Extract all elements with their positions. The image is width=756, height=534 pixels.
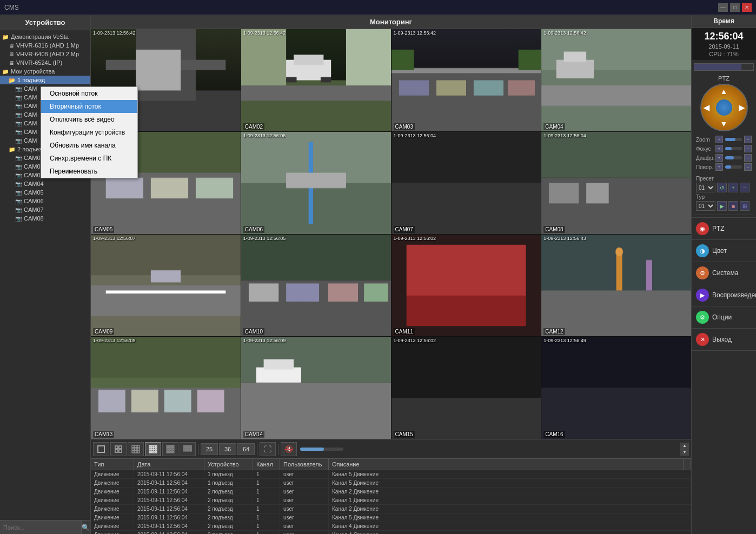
focus-minus-btn[interactable]: − (744, 145, 752, 152)
sidebar-item-cam06[interactable]: 📷CAM06 (0, 197, 90, 205)
zoom-minus-btn[interactable]: − (744, 136, 752, 143)
sidebar-item-demo[interactable]: 📁Демонстрация VeSta (0, 32, 90, 41)
ptz-left-arrow[interactable]: ◀ (704, 103, 709, 112)
svg-rect-57 (185, 447, 186, 448)
right-menu-item-ptz[interactable]: ◉ PTZ (692, 218, 756, 240)
camera-cell-cam15[interactable]: 1-09-2313 12:56:02CAM15 (392, 337, 541, 439)
rotate-plus-btn[interactable]: + (715, 163, 723, 171)
ptz-joystick[interactable]: ▲ ▼ ◀ ▶ (700, 84, 748, 131)
scroll-up-button[interactable]: ▲ (680, 443, 689, 449)
layout-5x4-button[interactable] (162, 442, 178, 456)
zoom-track[interactable] (725, 138, 742, 141)
log-row[interactable]: Движение 2015-09-11 12:56:04 2 подъезд 1… (91, 513, 691, 522)
camera-cell-cam04[interactable]: 1-09-2313 12:56:42CAM04 (541, 29, 691, 131)
fullscreen-button[interactable]: ⛶ (260, 442, 276, 456)
ctx-item-sync-time[interactable]: Синхр.времени с ПК (41, 152, 137, 165)
minimize-button[interactable]: — (718, 3, 728, 12)
camera-cell-cam03[interactable]: 1-09-2313 12:56:42CAM03 (392, 29, 541, 131)
right-menu-item-system[interactable]: ⚙ Система (692, 262, 756, 284)
type-play-btn[interactable]: ▶ (717, 201, 727, 211)
layout-3x3-button[interactable] (128, 442, 144, 456)
preset-add-btn[interactable]: + (728, 183, 738, 192)
focus-track[interactable] (725, 147, 742, 150)
log-row[interactable]: Движение 2015-09-11 12:56:04 1 подъезд 1… (91, 479, 691, 488)
sidebar-item-vnvr6524l[interactable]: 🖥VNVR-6524L (IP) (0, 58, 90, 67)
log-row[interactable]: Движение 2015-09-11 12:56:04 2 подъезд 1… (91, 496, 691, 505)
camera-cell-cam14[interactable]: 1-09-2313 12:56:09CAM14 (241, 337, 391, 439)
type-select[interactable]: 010203 (696, 201, 715, 211)
sidebar-item-mydevices[interactable]: 📁Мои устройства (0, 67, 90, 76)
log-row[interactable]: Движение 2015-09-11 12:56:04 1 подъезд 1… (91, 470, 691, 479)
sidebar-search-input[interactable] (0, 520, 81, 534)
camera-cell-cam06[interactable]: 1-09-2313 12:56:06CAM06 (241, 132, 391, 234)
camera-cell-cam12[interactable]: 1-09-2313 12:56:43CAM12 (541, 235, 691, 337)
layout-2x2-button[interactable] (110, 442, 127, 456)
diaphragm-plus-btn[interactable]: + (715, 154, 723, 162)
ctx-item-disable-video[interactable]: Отключить всё видео (41, 113, 137, 126)
close-button[interactable]: ✕ (742, 3, 752, 12)
type-grid-btn[interactable]: ⊞ (740, 201, 750, 211)
search-button[interactable]: 🔍 (81, 520, 90, 534)
log-row[interactable]: Движение 2015-09-11 12:56:04 2 подъезд 1… (91, 505, 691, 513)
rotate-minus-btn[interactable]: − (744, 163, 752, 171)
maximize-button[interactable]: □ (730, 3, 740, 12)
right-menu-item-options[interactable]: ⚙ Опции (692, 306, 756, 329)
ptz-up-arrow[interactable]: ▲ (720, 87, 728, 96)
tree-label-cam1_2: CAM (24, 94, 37, 101)
type-stop-btn[interactable]: ■ (728, 201, 738, 211)
layout-1x1-button[interactable] (93, 442, 109, 456)
ptz-down-arrow[interactable]: ▼ (720, 119, 728, 128)
camera-cell-cam10[interactable]: 1-09-2313 12:56:05CAM10 (241, 235, 391, 337)
log-row[interactable]: Движение 2015-09-11 12:56:04 2 подъезд 1… (91, 488, 691, 496)
right-menu-item-color[interactable]: ◑ Цвет (692, 240, 756, 262)
tree-label-vnvr6524l: VNVR-6524L (IP) (16, 59, 62, 66)
camera-cell-cam13[interactable]: 1-09-2313 12:56:09CAM13 (91, 337, 241, 439)
rotate-track[interactable] (725, 165, 742, 169)
sidebar-item-podyezd1[interactable]: 📂1 подъезд (0, 76, 90, 84)
camera-cell-cam08[interactable]: 1-09-2313 12:56:04CAM08 (541, 132, 691, 234)
camera-cell-cam11[interactable]: 1-09-2313 12:56:02CAM11 (392, 235, 541, 337)
ctx-item-rename[interactable]: Переименовать (41, 165, 137, 178)
camera-cell-cam16[interactable]: 1-09-2313 12:56:49CAM16 (541, 337, 691, 439)
ctx-item-update-name[interactable]: Обновить имя канала (41, 139, 137, 152)
sidebar-item-vhvr6316[interactable]: 🖥VHVR-6316 (AHD 1 Mp (0, 41, 90, 50)
layout-4x4-button[interactable] (145, 442, 161, 456)
camera-cell-cam02[interactable]: 1-09-2313 12:56:42CAM02 (241, 29, 391, 131)
ctx-item-main-stream[interactable]: Основной поток (41, 87, 137, 100)
cam-label-cam12: CAM12 (543, 328, 565, 335)
diaphragm-minus-btn[interactable]: − (744, 154, 752, 162)
camera-cell-cam07[interactable]: 1-09-2313 12:56:04CAM07 (392, 132, 541, 234)
zoom-plus-btn[interactable]: + (715, 136, 723, 143)
ptz-right-arrow[interactable]: ▶ (739, 103, 745, 112)
right-menu-item-exit[interactable]: ✕ Выход (692, 329, 756, 351)
count-64[interactable]: 64 (237, 443, 255, 455)
sidebar-item-cam05[interactable]: 📷CAM05 (0, 188, 90, 197)
scroll-down-button[interactable]: ▼ (680, 449, 689, 456)
preset-refresh-btn[interactable]: ↺ (717, 183, 727, 192)
count-36[interactable]: 36 (219, 443, 236, 455)
volume-slider[interactable] (300, 448, 343, 451)
svg-rect-6 (135, 445, 137, 448)
ptz-center-button[interactable] (716, 99, 732, 116)
log-desc: Канал 2 Движение (329, 488, 691, 496)
sidebar-item-cam04[interactable]: 📷CAM04 (0, 179, 90, 188)
sidebar-item-cam08[interactable]: 📷CAM08 (0, 214, 90, 223)
log-row[interactable]: Движение 2015-09-11 12:56:04 2 подъезд 1… (91, 522, 691, 531)
ctx-item-sub-stream[interactable]: Вторичный поток (41, 100, 137, 113)
camera-cell-cam09[interactable]: 1-09-2313 12:56:07CAM09 (91, 235, 241, 337)
focus-plus-btn[interactable]: + (715, 145, 723, 152)
count-25[interactable]: 25 (201, 443, 218, 455)
ctx-item-config-device[interactable]: Конфигурация устройств (41, 126, 137, 139)
log-device: 2 подъезд (204, 531, 253, 534)
monitoring-header: Мониторинг (91, 15, 691, 29)
layout-6x4-button[interactable] (180, 442, 196, 456)
diaphragm-track[interactable] (725, 156, 742, 159)
right-menu-item-playback[interactable]: ▶ Воспроизведение (692, 284, 756, 306)
sidebar-item-vhvr6408[interactable]: 🖥VHVR-6408 (AHD 2 Mp (0, 50, 90, 58)
log-row[interactable]: Движение 2015-09-11 12:56:04 2 подъезд 1… (91, 531, 691, 534)
preset-select[interactable]: 010203 (696, 183, 715, 192)
audio-button[interactable]: 🔇 (281, 442, 297, 456)
svg-rect-55 (191, 445, 192, 446)
sidebar-item-cam07[interactable]: 📷CAM07 (0, 205, 90, 214)
preset-delete-btn[interactable]: − (740, 183, 750, 192)
